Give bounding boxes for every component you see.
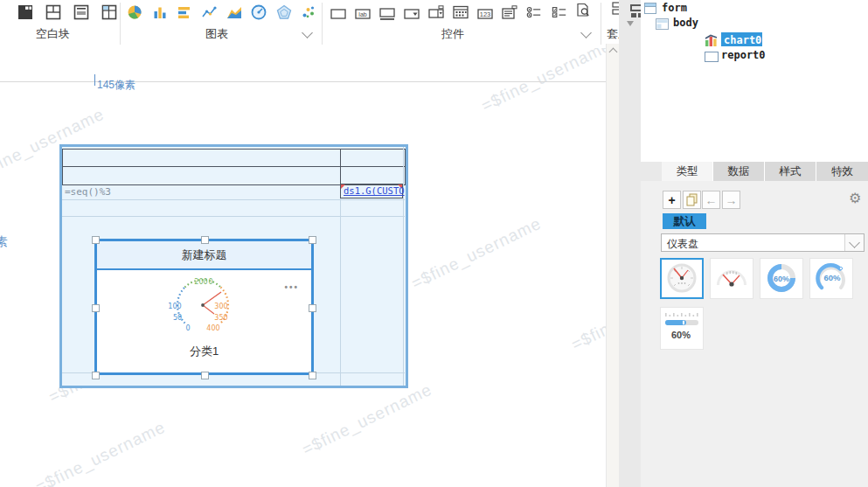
resize-handle[interactable] [309, 236, 316, 244]
chart-body[interactable]: ••• 200 0 100 50 0 300 350 400 [97, 270, 311, 372]
grid-line [403, 147, 404, 386]
grid-guide-line [0, 81, 606, 82]
settings-gear-icon[interactable]: ⚙ [849, 190, 861, 206]
tree-node-body[interactable]: body [673, 17, 698, 29]
chart-category-label: 分类1 [97, 344, 311, 359]
textfield-widget-icon[interactable] [330, 6, 346, 22]
resize-handle[interactable] [309, 304, 316, 312]
tree-node-chart-label[interactable]: chart0 [724, 34, 761, 46]
chart-type-select[interactable]: 仪表盘 [661, 233, 865, 252]
watermark-text: =$fine_username [32, 418, 169, 487]
gauge-preview: 200 0 100 50 0 300 350 400 [163, 268, 242, 344]
tab-block-icon[interactable] [45, 4, 61, 20]
svg-text:200: 200 [194, 278, 207, 286]
svg-text:lab: lab [358, 11, 366, 17]
gauge-style-donut[interactable]: 60% [760, 258, 803, 299]
svg-text:100: 100 [168, 303, 181, 310]
label-widget-icon[interactable]: lab [355, 6, 371, 22]
tree-node-chart-selected[interactable]: chart0 [721, 32, 762, 46]
widget-group-label: 控件 [441, 26, 464, 42]
report-block-icon[interactable] [17, 4, 33, 20]
cell-formula[interactable]: =seq()%3 [65, 186, 111, 198]
preview-widget-icon[interactable] [575, 3, 591, 18]
widget-group-chevron-down-icon[interactable] [580, 27, 592, 38]
tree-node-form[interactable]: form [662, 2, 687, 14]
add-chart-button[interactable]: + [663, 191, 681, 209]
forward-button[interactable]: → [722, 191, 740, 209]
line-chart-icon[interactable] [201, 4, 217, 20]
resize-handle[interactable] [92, 304, 100, 312]
chart-node-icon [705, 34, 718, 46]
resize-handle[interactable] [92, 372, 100, 379]
report-node-icon [705, 52, 719, 62]
toolbar-separator [601, 3, 601, 45]
resize-handle[interactable] [309, 372, 316, 379]
cell-binding-text[interactable]: ds1.G(CUSTO [344, 185, 405, 196]
tab-style[interactable]: 样式 [765, 162, 816, 181]
header-rows-region[interactable] [62, 149, 406, 185]
scatter-chart-icon[interactable] [301, 4, 316, 20]
vertical-scrollbar[interactable] [606, 44, 620, 487]
chart-group-chevron-down-icon[interactable] [302, 27, 313, 38]
copy-icon [685, 193, 698, 206]
gauge-style-semicircle[interactable] [710, 258, 753, 299]
copy-chart-button[interactable] [683, 191, 701, 209]
scroll-up-icon[interactable] [609, 48, 618, 57]
clipped-dimension-label: 素 [0, 234, 8, 250]
gauge-chart-icon[interactable] [251, 4, 267, 20]
toolbar-separator [120, 3, 121, 45]
gauge-style-ring[interactable]: 60% [809, 258, 853, 299]
resize-handle[interactable] [201, 236, 209, 244]
form-node-icon [644, 3, 656, 14]
chart-widget[interactable]: 新建标题 ••• 200 0 100 50 0 300 350 400 [94, 239, 314, 375]
semicircle-gauge-icon [711, 259, 753, 298]
radar-chart-icon[interactable] [276, 4, 292, 20]
multiselect-widget-icon[interactable] [502, 4, 517, 20]
resize-handle[interactable] [201, 372, 209, 379]
chart-title-bar[interactable]: 新建标题 [97, 241, 311, 270]
column-chart-icon[interactable] [152, 4, 168, 20]
svg-text:60%: 60% [823, 273, 841, 282]
cell-data-binding[interactable]: ds1.G(CUSTO [340, 184, 403, 198]
svg-text:350: 350 [214, 314, 227, 322]
number-widget-icon[interactable]: 123 [477, 6, 493, 22]
ring-gauge-icon: 60% [810, 259, 852, 298]
report-block[interactable]: =seq()%3 ds1.G(CUSTO 新建标题 ••• 200 0 [59, 144, 408, 388]
grid-line [340, 184, 341, 386]
finereport-designer: 空白块 图表 lab 123 控件 套用 =$f [0, 0, 868, 487]
svg-text:123: 123 [480, 10, 491, 18]
chart-group-label: 图表 [205, 26, 228, 42]
textarea-widget-icon[interactable] [379, 6, 395, 22]
chart-type-value: 仪表盘 [667, 237, 698, 252]
checkbox-group-widget-icon[interactable] [552, 4, 567, 20]
tree-collapse-icon[interactable] [627, 21, 634, 26]
default-chart-tab[interactable]: 默认 [663, 213, 706, 229]
dropdown-widget-icon[interactable] [404, 6, 420, 22]
bar-chart-icon[interactable] [177, 4, 192, 20]
tab-spacer [641, 162, 662, 181]
pointer-gauge-icon [662, 260, 702, 297]
back-button[interactable]: ← [702, 191, 720, 209]
combo-widget-icon[interactable] [428, 4, 444, 20]
gauge-style-slot[interactable]: 60% [660, 307, 704, 350]
ruler-tick [94, 74, 95, 86]
select-chevron-box[interactable] [844, 234, 864, 251]
pie-chart-icon[interactable] [127, 4, 142, 20]
chart-menu-dots[interactable]: ••• [284, 282, 299, 292]
table-block-icon[interactable] [101, 4, 117, 20]
tree-node-report[interactable]: report0 [721, 49, 766, 61]
design-canvas[interactable]: =$fine_username =$fine_username =$fine_u… [0, 48, 606, 487]
svg-text:50: 50 [173, 314, 182, 322]
text-block-icon[interactable] [73, 4, 89, 20]
tab-effect[interactable]: 特效 [816, 162, 868, 181]
datepicker-widget-icon[interactable] [453, 4, 469, 20]
tab-data[interactable]: 数据 [713, 162, 764, 181]
chevron-down-icon [849, 237, 860, 248]
radio-group-widget-icon[interactable] [526, 4, 542, 20]
tab-type[interactable]: 类型 [662, 162, 712, 181]
watermark-text: =$fine_username [408, 214, 545, 294]
area-chart-icon[interactable] [226, 4, 242, 20]
col-divider [340, 149, 341, 184]
resize-handle[interactable] [92, 236, 100, 244]
gauge-style-pointer[interactable] [660, 258, 704, 299]
